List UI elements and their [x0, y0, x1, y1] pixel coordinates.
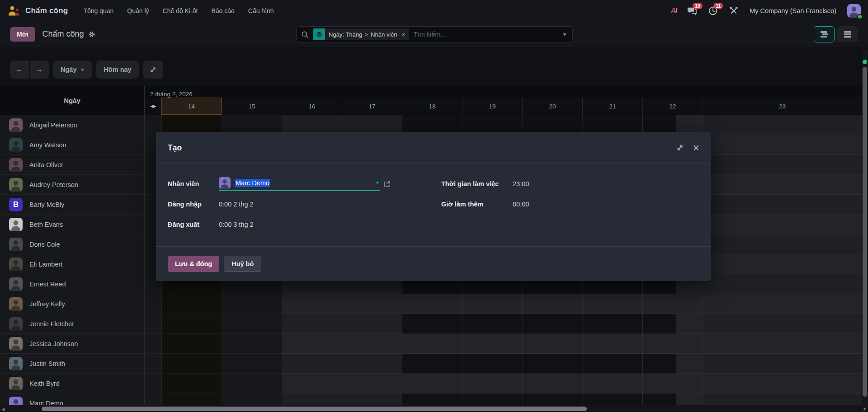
gantt-cell-jennie-21[interactable]	[582, 314, 642, 334]
activities-button[interactable]: 11	[708, 6, 718, 16]
employee-value[interactable]: Marc Demo	[235, 179, 270, 187]
debug-tools-button[interactable]	[729, 6, 739, 16]
discard-button[interactable]: Huỷ bỏ	[224, 256, 261, 272]
employee-row-4[interactable]: BBarty McBly	[0, 195, 145, 215]
scale-dropdown[interactable]: Ngày▼	[53, 61, 92, 79]
list-view-button[interactable]	[837, 26, 858, 42]
gantt-cell-abigail-23[interactable]	[703, 115, 862, 135]
gantt-cell-beth-23[interactable]	[703, 215, 862, 234]
gantt-cell-jessica-19[interactable]	[462, 334, 522, 354]
employee-row-5[interactable]: Beth Evans	[0, 215, 145, 234]
gantt-cell-justin-17[interactable]	[342, 354, 402, 374]
checkin-value[interactable]: 0:00 2 thg 2	[219, 201, 254, 208]
gantt-cell-jennie-22[interactable]	[642, 314, 703, 334]
gantt-cell-jeffrey-15[interactable]	[222, 294, 282, 314]
gantt-cell-justin-19[interactable]	[462, 354, 522, 374]
gantt-cell-jessica-23[interactable]	[703, 334, 862, 354]
vertical-scroll-thumb[interactable]	[863, 67, 867, 397]
nav-menu-item-3[interactable]: Báo cáo	[211, 7, 234, 14]
user-avatar[interactable]	[847, 4, 861, 18]
gantt-cell-justin-22[interactable]	[642, 354, 703, 374]
new-button[interactable]: Mới	[10, 27, 35, 42]
attendance-app-icon[interactable]	[7, 5, 21, 17]
breadcrumb[interactable]: Chấm công	[42, 29, 84, 39]
expand-button[interactable]	[143, 61, 163, 79]
gantt-cell-keith-19[interactable]	[462, 374, 522, 393]
gantt-cell-jennie-19[interactable]	[462, 314, 522, 334]
gantt-cell-justin-16[interactable]	[282, 354, 342, 374]
gantt-cell-jennie-18[interactable]	[402, 314, 462, 334]
search-bar[interactable]: Ngày: Tháng > Nhân viên × Tìm kiếm... ▼	[296, 26, 573, 42]
employee-row-2[interactable]: Anita Oliver	[0, 155, 145, 175]
horizontal-scroll-thumb[interactable]	[42, 407, 587, 411]
gear-icon[interactable]	[88, 31, 95, 38]
gantt-cell-eli-23[interactable]	[703, 254, 862, 274]
gantt-cell-jennie-15[interactable]	[222, 314, 282, 334]
gantt-cell-jeffrey-21[interactable]	[582, 294, 642, 314]
nav-menu-item-0[interactable]: Tổng quan	[83, 7, 113, 14]
employee-row-8[interactable]: Ernest Reed	[0, 274, 145, 294]
gantt-cell-audrey-23[interactable]	[703, 175, 862, 195]
employee-row-12[interactable]: Justin Smith	[0, 354, 145, 374]
dialog-close-icon[interactable]: ×	[693, 143, 699, 152]
employee-row-0[interactable]: Abigail Peterson	[0, 115, 145, 135]
save-close-button[interactable]: Lưu & đóng	[168, 256, 219, 272]
gantt-cell-jessica-14[interactable]	[161, 334, 222, 354]
gantt-cell-keith-18[interactable]	[402, 374, 462, 393]
gantt-cell-jennie-20[interactable]	[522, 314, 582, 334]
gantt-cell-jeffrey-18[interactable]	[402, 294, 462, 314]
gantt-cell-jessica-20[interactable]	[522, 334, 582, 354]
mini-scroll-arrows[interactable]: ◀▶	[145, 98, 161, 115]
app-name[interactable]: Chấm công	[25, 6, 68, 15]
ai-icon[interactable]: AI	[670, 6, 676, 15]
gantt-cell-anita-23[interactable]	[703, 155, 862, 175]
company-switcher[interactable]: My Company (San Francisco)	[750, 7, 836, 14]
gantt-cell-ernest-23[interactable]	[703, 274, 862, 294]
employee-row-11[interactable]: Jessica Johnson	[0, 334, 145, 354]
gantt-cell-jennie-16[interactable]	[282, 314, 342, 334]
employee-row-6[interactable]: Doris Cole	[0, 234, 145, 254]
gantt-cell-jennie-17[interactable]	[342, 314, 402, 334]
prev-period-button[interactable]: ←	[10, 61, 29, 79]
gantt-cell-keith-20[interactable]	[522, 374, 582, 393]
gantt-cell-jessica-21[interactable]	[582, 334, 642, 354]
gantt-cell-keith-16[interactable]	[282, 374, 342, 393]
today-button[interactable]: Hôm nay	[96, 61, 138, 79]
employee-row-10[interactable]: Jennie Fletcher	[0, 314, 145, 334]
scroll-left-arrow[interactable]: ◀	[1, 407, 5, 412]
employee-row-9[interactable]: Jeffrey Kelly	[0, 294, 145, 314]
next-period-button[interactable]: →	[30, 61, 49, 79]
gantt-cell-keith-21[interactable]	[582, 374, 642, 393]
gantt-cell-jennie-14[interactable]	[161, 314, 222, 334]
employee-row-1[interactable]: Amy Watson	[0, 135, 145, 155]
search-input[interactable]: Tìm kiếm...	[414, 31, 446, 38]
gantt-cell-keith-22[interactable]	[642, 374, 703, 393]
gantt-cell-justin-23[interactable]	[703, 354, 862, 374]
gantt-cell-justin-21[interactable]	[582, 354, 642, 374]
search-dropdown-toggle[interactable]: ▼	[557, 27, 572, 42]
scroll-down-arrow[interactable]: ▼	[863, 407, 867, 411]
gantt-cell-jeffrey-22[interactable]	[642, 294, 703, 314]
gantt-cell-jennie-23[interactable]	[703, 314, 862, 334]
gantt-cell-justin-14[interactable]	[161, 354, 222, 374]
checkout-value[interactable]: 0:00 3 thg 2	[219, 221, 254, 228]
gantt-cell-justin-20[interactable]	[522, 354, 582, 374]
search-facet[interactable]: Ngày: Tháng > Nhân viên ×	[313, 28, 409, 40]
employee-field[interactable]: Marc Demo ▼	[219, 177, 391, 191]
gantt-cell-jessica-18[interactable]	[402, 334, 462, 354]
gantt-cell-keith-17[interactable]	[342, 374, 402, 393]
gantt-cell-jessica-16[interactable]	[282, 334, 342, 354]
nav-menu-item-1[interactable]: Quản lý	[127, 7, 149, 14]
gantt-cell-barty-23[interactable]	[703, 195, 862, 215]
gantt-cell-keith-15[interactable]	[222, 374, 282, 393]
gantt-cell-justin-18[interactable]	[402, 354, 462, 374]
employee-row-7[interactable]: Eli Lambert	[0, 254, 145, 274]
facet-remove-icon[interactable]: ×	[401, 31, 409, 38]
internal-link-icon[interactable]	[384, 181, 391, 187]
gantt-cell-justin-15[interactable]	[222, 354, 282, 374]
dialog-expand-icon[interactable]	[676, 144, 684, 151]
gantt-view-button[interactable]	[814, 26, 835, 42]
gantt-cell-jessica-17[interactable]	[342, 334, 402, 354]
gantt-cell-jeffrey-17[interactable]	[342, 294, 402, 314]
chevron-down-icon[interactable]: ▼	[375, 180, 380, 185]
